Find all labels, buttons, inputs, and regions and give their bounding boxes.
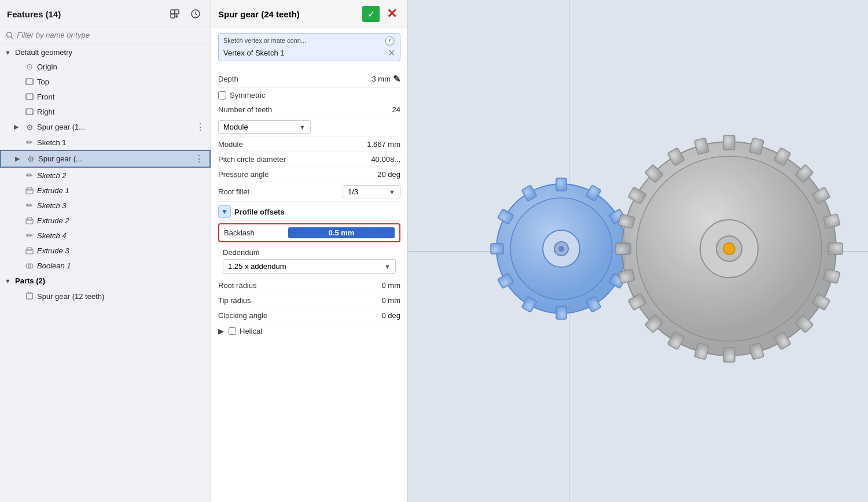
- cancel-button[interactable]: ✕: [383, 6, 400, 22]
- tree-item-extrude-1[interactable]: Extrude 1: [0, 183, 211, 198]
- sketch-icon-3: ✏: [24, 200, 35, 211]
- expand-helical-icon[interactable]: ▶: [218, 327, 224, 335]
- tree-item-extrude-3[interactable]: Extrude 3: [0, 243, 211, 258]
- panel-title: Spur gear (24 teeth): [218, 9, 300, 19]
- origin-icon: ⊙: [24, 61, 35, 72]
- tree-label-sketch-4: Sketch 4: [37, 231, 206, 240]
- vertex-value: Vertex of Sketch 1: [223, 49, 285, 57]
- svg-point-69: [723, 243, 735, 254]
- root-fillet-label: Root fillet: [218, 187, 249, 196]
- gear-icon-2: ⚙: [25, 154, 36, 164]
- module-dropdown[interactable]: Module ▼: [218, 120, 311, 134]
- tree-item-spur-gear-1[interactable]: ▶ ⚙ Spur gear (1... ⋮: [0, 119, 211, 135]
- tree-item-extrude-2[interactable]: Extrude 2: [0, 213, 211, 228]
- dedendum-chevron: ▼: [384, 263, 391, 270]
- tree-item-front[interactable]: Front: [0, 89, 211, 104]
- tip-radius-value: 0 mm: [382, 296, 401, 305]
- tree-item-right[interactable]: Right: [0, 104, 211, 119]
- extrude-icon-1: [24, 185, 35, 195]
- dedendum-dropdown[interactable]: 1.25 x addendum ▼: [223, 259, 396, 274]
- extrude-icon-2: [24, 215, 35, 226]
- module-dropdown-row: Module ▼: [218, 117, 400, 137]
- gear-icon-1: ⚙: [24, 122, 35, 132]
- dedendum-value: 1.25 x addendum: [228, 262, 286, 271]
- plane-icon-top: [24, 76, 35, 87]
- vertex-close-button[interactable]: ✕: [388, 47, 395, 58]
- plane-icon-front: [24, 91, 35, 102]
- svg-rect-43: [723, 135, 735, 150]
- tree-item-sketch-1[interactable]: ✏ Sketch 1: [0, 135, 211, 150]
- search-input[interactable]: [17, 31, 205, 39]
- parts-group-header[interactable]: ▼ Parts (2): [0, 273, 211, 289]
- svg-line-9: [11, 36, 13, 38]
- profile-offsets-label: Profile offsets: [234, 208, 285, 216]
- sketch-icon-4: ✏: [24, 230, 35, 241]
- tree-label-spur-12: Spur gear (12 teeth): [37, 292, 206, 301]
- tree-item-spur-12[interactable]: Spur gear (12 teeth): [0, 289, 211, 304]
- tip-radius-row: Tip radius 0 mm: [218, 293, 400, 308]
- tree-item-spur-gear-2[interactable]: ▶ ⚙ Spur gear (... ⋮: [0, 150, 211, 168]
- pitch-circle-label: Pitch circle diameter: [218, 155, 286, 164]
- tree-item-top[interactable]: Top: [0, 74, 211, 89]
- svg-rect-49: [828, 243, 843, 254]
- tip-radius-label: Tip radius: [218, 296, 251, 305]
- tree-item-boolean-1[interactable]: Boolean 1: [0, 258, 211, 273]
- tree-label-right: Right: [37, 108, 206, 116]
- profile-offsets-header: ▼ Profile offsets: [218, 202, 400, 221]
- dedendum-label: Dedendum: [223, 248, 396, 257]
- svg-point-8: [6, 32, 11, 36]
- properties-panel: Spur gear (24 teeth) ✓ ✕ Sketch vertex o…: [211, 0, 408, 502]
- context-menu-dots-1[interactable]: ⋮: [194, 121, 206, 132]
- root-fillet-dropdown[interactable]: 1/3 ▼: [343, 185, 400, 198]
- symmetric-row: Symmetric: [218, 88, 400, 102]
- tree-item-sketch-2[interactable]: ✏ Sketch 2: [0, 168, 211, 183]
- svg-rect-11: [26, 94, 33, 99]
- tree-area: ▼ Default geometry ⊙ Origin Top Front: [0, 43, 211, 502]
- svg-rect-35: [491, 243, 503, 254]
- tree-label-spur-gear-2: Spur gear (...: [38, 154, 191, 163]
- root-radius-label: Root radius: [218, 281, 256, 290]
- helical-checkbox[interactable]: [229, 327, 236, 335]
- svg-rect-21: [27, 293, 32, 299]
- tree-label-extrude-2: Extrude 2: [37, 216, 206, 225]
- sketch-icon-2: ✏: [24, 170, 35, 180]
- clock-history-button[interactable]: [187, 6, 204, 22]
- add-feature-button[interactable]: [167, 6, 183, 22]
- dedendum-section: Dedendum 1.25 x addendum ▼: [218, 246, 400, 276]
- vertex-clock-icon[interactable]: 🕐: [384, 36, 395, 46]
- svg-rect-32: [556, 307, 567, 319]
- vertex-selector: Sketch vertex or mate conn... 🕐 Vertex o…: [218, 33, 400, 61]
- backlash-input[interactable]: [288, 227, 395, 238]
- chevron-right-icon-2: ▶: [15, 155, 23, 163]
- tree-label-spur-gear-1: Spur gear (1...: [37, 123, 192, 131]
- module-value: 1.667 mm: [367, 140, 400, 149]
- depth-edit-icon[interactable]: ✎: [393, 73, 400, 84]
- tree-label-extrude-1: Extrude 1: [37, 186, 206, 195]
- context-menu-dots-2[interactable]: ⋮: [193, 153, 205, 164]
- tree-item-sketch-3[interactable]: ✏ Sketch 3: [0, 198, 211, 213]
- tree-label-sketch-3: Sketch 3: [37, 201, 206, 210]
- tree-label-extrude-3: Extrude 3: [37, 246, 206, 255]
- tree-item-origin[interactable]: ⊙ Origin: [0, 59, 211, 74]
- part-icon: [24, 291, 35, 301]
- symmetric-checkbox[interactable]: [218, 91, 226, 99]
- plane-icon-right: [24, 106, 35, 117]
- svg-point-40: [558, 246, 564, 252]
- tree-item-sketch-4[interactable]: ✏ Sketch 4: [0, 228, 211, 243]
- number-of-teeth-row: Number of teeth 24: [218, 102, 400, 117]
- features-sidebar: Features (14): [0, 0, 211, 502]
- backlash-row: Backlash: [218, 223, 400, 242]
- pitch-circle-value: 40.008...: [371, 155, 400, 164]
- confirm-button[interactable]: ✓: [362, 6, 380, 22]
- depth-value: 3 mm ✎: [372, 73, 401, 84]
- module-dropdown-chevron: ▼: [299, 124, 306, 131]
- svg-rect-26: [556, 178, 567, 191]
- module-value-row: Module 1.667 mm: [218, 137, 400, 152]
- profile-offsets-toggle[interactable]: ▼: [218, 205, 231, 218]
- tree-item-default-geometry[interactable]: ▼ Default geometry: [0, 46, 211, 59]
- parts-title: Parts (2): [15, 276, 45, 285]
- small-gear: [491, 178, 632, 319]
- root-fillet-value: 1/3: [348, 187, 358, 196]
- svg-line-7: [196, 14, 197, 15]
- module-value-label: Module: [218, 140, 243, 149]
